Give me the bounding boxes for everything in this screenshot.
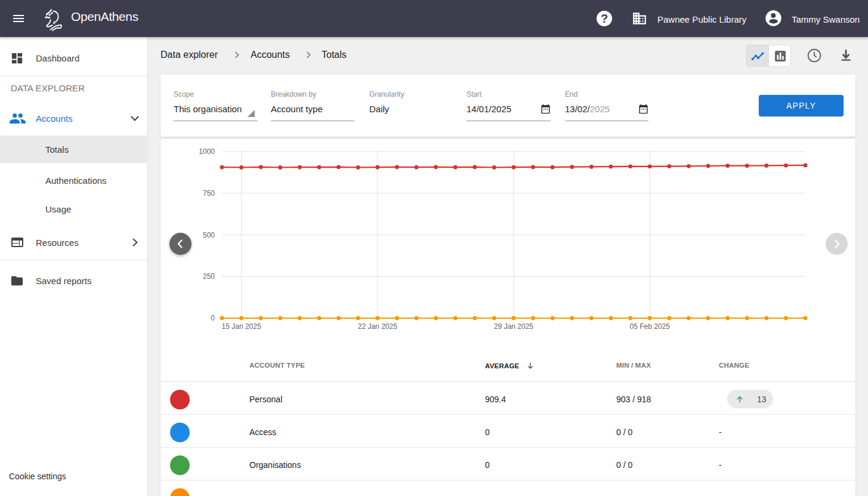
svg-text:29 Jan 2025: 29 Jan 2025 (494, 322, 533, 331)
svg-text:0: 0 (211, 314, 215, 322)
svg-text:22 Jan 2025: 22 Jan 2025 (358, 322, 397, 331)
svg-text:15 Jan 2025: 15 Jan 2025 (222, 322, 261, 331)
svg-text:05 Feb 2025: 05 Feb 2025 (630, 322, 671, 331)
svg-text:250: 250 (203, 272, 215, 281)
svg-text:500: 500 (203, 231, 215, 239)
svg-text:750: 750 (203, 189, 215, 198)
svg-text:1000: 1000 (199, 147, 215, 156)
